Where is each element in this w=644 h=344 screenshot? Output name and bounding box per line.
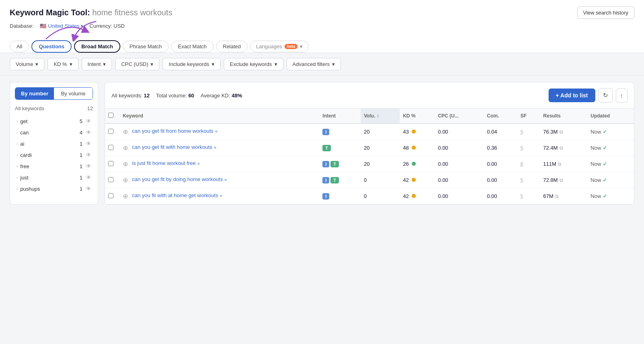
sidebar-item-pushups[interactable]: › pushups 1 👁 [15, 183, 93, 194]
keyword-cell: ⊕ can you get fit from home workouts » [120, 124, 319, 140]
sidebar-tab-by-volume[interactable]: By volume [54, 88, 93, 99]
tab-phrase-match[interactable]: Phrase Match [123, 41, 169, 52]
database-country-link[interactable]: 🇺🇸 United States ▾ [40, 23, 83, 29]
languages-button[interactable]: Languages beta ▾ [250, 41, 309, 52]
refresh-button[interactable]: ↻ [599, 88, 613, 103]
filter-intent[interactable]: Intent ▾ [82, 58, 112, 70]
keyword-link[interactable]: can you get fit by doing home workouts » [132, 176, 227, 182]
row-checkbox-cell[interactable] [105, 172, 120, 188]
filter-include[interactable]: Include keywords ▾ [163, 58, 220, 70]
tab-related[interactable]: Related [216, 41, 248, 52]
intent-badge-i: I [322, 177, 329, 183]
refresh-icon: ↻ [603, 92, 608, 99]
plus-circle-icon[interactable]: ⊕ [123, 160, 128, 168]
tab-questions[interactable]: Questions [31, 40, 72, 53]
sidebar-item-get[interactable]: › get 5 👁 [15, 115, 93, 127]
tab-broad-match[interactable]: Broad Match [74, 40, 120, 53]
filter-cpc[interactable]: CPC (USD) ▾ [115, 58, 159, 70]
stats-total-volume: Total volume: 60 [156, 93, 194, 99]
copy-icon[interactable]: ⧉ [558, 161, 561, 167]
eye-icon[interactable]: 👁 [86, 129, 91, 136]
view-history-button[interactable]: View search history [577, 6, 634, 19]
plus-circle-icon[interactable]: ⊕ [123, 176, 128, 184]
eye-icon[interactable]: 👁 [86, 118, 91, 124]
sidebar-item-ai[interactable]: › ai 1 👁 [15, 138, 93, 149]
intent-badge-t: T [330, 161, 339, 167]
filter-exclude[interactable]: Exclude keywords ▾ [224, 58, 283, 70]
beta-badge: beta [285, 44, 298, 49]
add-to-list-button[interactable]: + Add to list [549, 89, 595, 102]
row-checkbox-cell[interactable] [105, 188, 120, 204]
sidebar-header-label: All keywords [15, 105, 44, 111]
select-all-header[interactable] [105, 109, 120, 124]
sidebar-word: ai [20, 141, 24, 147]
keyword-link[interactable]: is just fit home workout free » [132, 160, 200, 166]
tab-exact-match[interactable]: Exact Match [171, 41, 214, 52]
row-checkbox[interactable] [108, 129, 114, 134]
copy-icon[interactable]: ⧉ [559, 129, 563, 135]
keyword-link[interactable]: can you get fit from home workouts » [132, 128, 217, 134]
chevron-down-icon: ▾ [70, 61, 72, 67]
intent-cell: I T [319, 156, 361, 172]
sidebar: By number By volume All keywords 12 › ge… [10, 82, 98, 205]
chevron-right-icon: › [17, 175, 18, 180]
keyword-link[interactable]: can you fit with at home get workouts » [132, 192, 222, 198]
filter-advanced[interactable]: Advanced filters ▾ [287, 58, 341, 70]
eye-icon[interactable]: 👁 [86, 174, 91, 181]
eye-icon[interactable]: 👁 [86, 185, 91, 192]
keywords-table: Keyword Intent Volu. ↕ KD % CPC (U... Co… [105, 109, 634, 204]
com-cell: 0.00 [484, 188, 517, 204]
sf-value: 8 [520, 161, 523, 167]
sidebar-item-just[interactable]: › just 1 👁 [15, 172, 93, 183]
updated-value: Now [590, 161, 601, 167]
results-cell: 67M ⧉ [540, 188, 588, 204]
copy-icon[interactable]: ⧉ [559, 145, 563, 151]
sidebar-item-can[interactable]: › can 4 👁 [15, 127, 93, 138]
intent-badge-i: I [322, 161, 329, 167]
sf-cell: 5 [517, 172, 540, 188]
results-value: 72.4M [543, 145, 558, 151]
updated-cell: Now ✓ [587, 140, 634, 156]
eye-icon[interactable]: 👁 [86, 163, 91, 169]
col-volume[interactable]: Volu. ↕ [361, 109, 400, 124]
plus-circle-icon[interactable]: ⊕ [123, 192, 128, 200]
keyword-link[interactable]: can you get fit with home workouts » [132, 144, 217, 150]
plus-circle-icon[interactable]: ⊕ [123, 128, 128, 136]
updated-value: Now [590, 177, 601, 183]
eye-icon[interactable]: 👁 [86, 152, 91, 158]
sidebar-item-free[interactable]: › free 1 👁 [15, 161, 93, 172]
eye-icon[interactable]: 👁 [86, 140, 91, 147]
sidebar-count: 1 [80, 186, 83, 192]
col-cpc: CPC (U... [435, 109, 484, 124]
select-all-checkbox[interactable] [108, 113, 114, 118]
updated-cell: Now ✓ [587, 172, 634, 188]
sidebar-word: pushups [20, 186, 40, 192]
filter-kd[interactable]: KD % ▾ [47, 58, 78, 70]
page-title: Keyword Magic Tool: home fitness workout… [10, 8, 172, 17]
updated-cell: Now ✓ [587, 188, 634, 204]
row-checkbox-cell[interactable] [105, 156, 120, 172]
row-checkbox-cell[interactable] [105, 124, 120, 140]
row-checkbox[interactable] [108, 161, 114, 166]
volume-cell: 20 [361, 156, 400, 172]
sidebar-header: All keywords 12 [15, 105, 93, 111]
sidebar-tab-by-number[interactable]: By number [15, 88, 54, 99]
db-label: Database: [10, 23, 33, 29]
copy-icon[interactable]: ⧉ [555, 194, 559, 199]
cpc-cell: 0.00 [435, 172, 484, 188]
sidebar-count: 1 [80, 141, 83, 147]
filter-volume[interactable]: Volume ▾ [10, 58, 44, 70]
chevron-right-icon: › [17, 153, 18, 157]
intent-badge-t: T [330, 177, 339, 183]
tab-all[interactable]: All [10, 41, 29, 52]
sidebar-item-cardi[interactable]: › cardi 1 👁 [15, 149, 93, 161]
row-checkbox-cell[interactable] [105, 140, 120, 156]
volume-cell: 0 [361, 188, 400, 204]
plus-circle-icon[interactable]: ⊕ [123, 144, 128, 152]
row-checkbox[interactable] [108, 193, 114, 198]
row-checkbox[interactable] [108, 177, 114, 182]
com-cell: 0.04 [484, 124, 517, 140]
copy-icon[interactable]: ⧉ [559, 177, 563, 183]
export-button[interactable]: ↑ [616, 89, 628, 103]
row-checkbox[interactable] [108, 145, 114, 150]
